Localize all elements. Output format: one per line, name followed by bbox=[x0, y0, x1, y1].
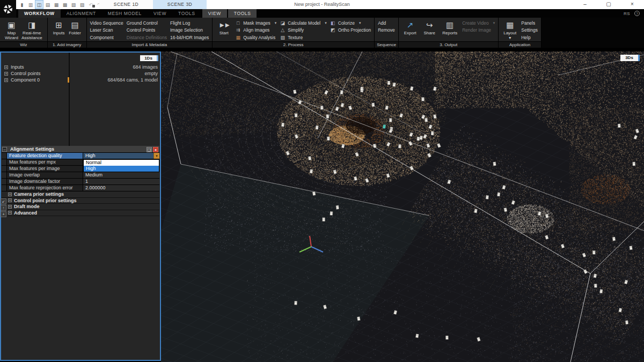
layout-rows-icon[interactable]: ▤ bbox=[44, 1, 52, 9]
ribbon-tab-mesh-model[interactable]: MESH MODEL bbox=[102, 9, 148, 18]
create-video-button[interactable]: Create Video▾ bbox=[462, 19, 495, 27]
section-camera-prior-settings[interactable]: +Camera prior settings bbox=[2, 191, 159, 198]
calculate-model-button[interactable]: ◪Calculate Model▾ bbox=[280, 19, 326, 27]
control-points-button[interactable]: Control Points bbox=[127, 27, 167, 34]
settings-button[interactable]: Settings bbox=[521, 27, 538, 34]
calculate-model-label: Calculate Model bbox=[288, 20, 320, 26]
layout-grid-4-icon[interactable]: ▧ bbox=[70, 1, 77, 9]
layout-single-icon[interactable]: ▮ bbox=[18, 1, 26, 9]
ground-control-button[interactable]: Ground Control bbox=[127, 19, 167, 27]
flight-log-button[interactable]: Flight Log bbox=[170, 19, 209, 27]
expand-icon[interactable]: + bbox=[4, 78, 8, 82]
tree-item-component-0[interactable]: +Component 0684/684 cams, 1 model bbox=[1, 77, 160, 83]
panels-button[interactable]: Panels bbox=[521, 19, 538, 27]
component-button[interactable]: Component bbox=[90, 34, 123, 41]
section-control-point-prior-settings[interactable]: +Control point prior settings bbox=[2, 198, 159, 204]
ribbon-tab-tools[interactable]: TOOLS bbox=[172, 9, 201, 18]
maximize-button[interactable]: ▢ bbox=[597, 0, 620, 9]
section-draft-mode[interactable]: +Draft mode bbox=[2, 204, 159, 210]
add-button[interactable]: Add bbox=[378, 19, 395, 27]
panel-tab-1ds[interactable]: 1Ds bbox=[140, 55, 158, 61]
ribbon-tab-alignment[interactable]: ALIGNMENT bbox=[61, 9, 102, 18]
dock-button[interactable]: ↑ bbox=[1, 205, 6, 211]
distance-definitions-button[interactable]: Distance Definitions bbox=[127, 34, 167, 41]
scene-tab-scene-1d[interactable]: SCENE 1D bbox=[99, 0, 153, 9]
colorize-button[interactable]: ◧Colorize▾ bbox=[330, 19, 371, 27]
mask-images-button[interactable]: □Mask Images▾ bbox=[235, 19, 276, 27]
create-video-label: Create Video bbox=[462, 20, 488, 26]
ortho-projection-button[interactable]: ◩Ortho Projection bbox=[330, 27, 371, 34]
share-button[interactable]: ↪Share bbox=[421, 19, 437, 41]
ribbon-tab-view[interactable]: VIEW bbox=[202, 9, 227, 18]
expand-icon[interactable]: + bbox=[8, 205, 12, 209]
setting-value[interactable]: High▾ bbox=[83, 153, 159, 159]
export-button[interactable]: ↗Export bbox=[402, 19, 418, 41]
image-selection-button[interactable]: Image Selection bbox=[170, 27, 209, 34]
help-icon[interactable]: ? bbox=[634, 11, 640, 16]
3d-viewport-canvas[interactable] bbox=[161, 51, 644, 362]
layout-split-icon[interactable]: ◫ bbox=[35, 1, 43, 9]
panel-tab-3ds[interactable]: 3Ds bbox=[620, 55, 640, 61]
layout-button[interactable]: ▦Layout ▾ bbox=[502, 19, 518, 41]
tree-item-control-points[interactable]: +Control pointsempty bbox=[1, 70, 160, 77]
setting-row-max-feature-reprojection-error[interactable]: Max feature reprojection error2.000000 bbox=[2, 185, 159, 191]
ribbon-tab-workflow[interactable]: WORKFLOW bbox=[18, 9, 61, 18]
remove-button[interactable]: Remove bbox=[378, 27, 395, 34]
video-sequence-button[interactable]: Video Sequence bbox=[90, 19, 123, 27]
expand-icon[interactable]: + bbox=[8, 198, 12, 202]
dropdown-option-high[interactable]: High bbox=[84, 166, 159, 172]
layout-columns-icon[interactable]: ▥ bbox=[27, 1, 34, 9]
scene-3d-viewport[interactable]: 3Ds bbox=[161, 51, 644, 362]
user-badge[interactable]: RS bbox=[624, 11, 630, 16]
close-panel-icon[interactable]: × bbox=[153, 147, 158, 152]
setting-value[interactable]: 1 bbox=[83, 179, 159, 184]
ribbon-group-application: ▦Layout ▾PanelsSettingsHelpApplication bbox=[499, 18, 541, 48]
close-button[interactable]: × bbox=[620, 0, 644, 9]
real-time-assistance-button[interactable]: ◨Real-time Assistance bbox=[20, 19, 44, 41]
dock-button[interactable]: + bbox=[1, 211, 6, 217]
ribbon-tab-tools[interactable]: TOOLS bbox=[228, 9, 257, 18]
inputs-button[interactable]: ⊞Inputs bbox=[51, 19, 67, 41]
setting-row-feature-detection-quality[interactable]: Feature detection qualityHigh▾ bbox=[2, 153, 159, 159]
restore-panel-icon[interactable]: ❑ bbox=[147, 147, 152, 152]
ribbon-tab-view[interactable]: VIEW bbox=[148, 9, 172, 18]
dropdown-option-normal[interactable]: Normal bbox=[84, 160, 159, 166]
layout-grid-2-icon[interactable]: ▦ bbox=[53, 1, 60, 9]
setting-row-image-downscale-factor[interactable]: Image downscale factor1 bbox=[2, 179, 159, 185]
16-bit-hdr-images-button[interactable]: 16-bit/HDR Images bbox=[170, 34, 209, 41]
simplify-button[interactable]: △Simplify bbox=[280, 27, 326, 34]
align-images-button[interactable]: ⇉Align Images bbox=[235, 27, 276, 34]
expand-icon[interactable]: + bbox=[4, 72, 8, 76]
map-wizard-button[interactable]: ▣Map Wizard bbox=[3, 19, 20, 41]
flight-log-label: Flight Log bbox=[170, 20, 190, 26]
share-icon: ↪ bbox=[426, 20, 433, 31]
help-button[interactable]: Help bbox=[521, 34, 538, 41]
layout-grid-6-icon[interactable]: ▨ bbox=[78, 1, 86, 9]
section-label: Control point prior settings bbox=[14, 198, 77, 203]
expand-icon[interactable]: + bbox=[8, 193, 12, 196]
dock-button[interactable]: ↙ bbox=[1, 198, 6, 204]
start-button[interactable]: ►►Start bbox=[216, 19, 232, 41]
setting-row-image-overlap[interactable]: Image overlapMedium bbox=[2, 172, 159, 179]
layout-grid-3-icon[interactable]: ▩ bbox=[61, 1, 69, 9]
combo-open-button[interactable]: ▾ bbox=[153, 153, 159, 159]
laser-scan-button[interactable]: Laser Scan bbox=[90, 27, 123, 34]
folder-button[interactable]: ▤Folder bbox=[67, 19, 83, 41]
expand-icon[interactable]: + bbox=[4, 65, 8, 69]
setting-value[interactable]: Medium bbox=[83, 172, 159, 178]
scene-tab-scene-3d[interactable]: SCENE 3D bbox=[153, 0, 207, 9]
reports-button[interactable]: ▥Reports bbox=[441, 19, 459, 41]
tree-item-inputs[interactable]: +Inputs684 images bbox=[1, 64, 160, 70]
ribbon-tab-bar: WORKFLOWALIGNMENTMESH MODELVIEWTOOLSVIEW… bbox=[0, 9, 644, 18]
quality-icon: ▦ bbox=[235, 35, 241, 40]
render-image-button[interactable]: Render Image bbox=[462, 27, 495, 34]
section-advanced[interactable]: +Advanced bbox=[2, 210, 159, 217]
pin-icon[interactable] bbox=[92, 2, 96, 8]
expand-icon[interactable]: + bbox=[8, 211, 12, 215]
collapse-icon[interactable]: – bbox=[2, 147, 7, 152]
settings-title-bar[interactable]: – Alignment Settings ❑ × bbox=[2, 146, 159, 153]
setting-value[interactable]: 2.000000 bbox=[83, 185, 159, 191]
quality-analysis-button[interactable]: ▦Quality Analysis bbox=[235, 34, 276, 41]
minimize-button[interactable]: – bbox=[573, 0, 597, 9]
texture-button[interactable]: ▨Texture bbox=[280, 34, 326, 41]
